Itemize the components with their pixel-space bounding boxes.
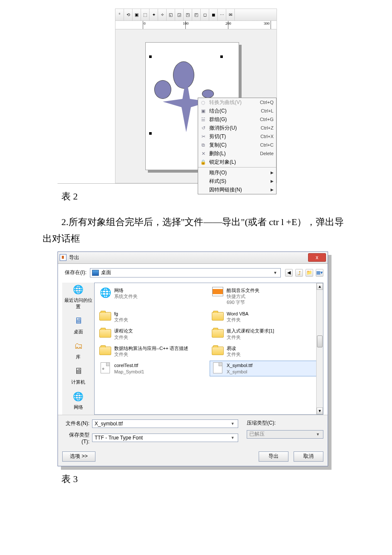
shape-ellipse[interactable] [154,80,171,99]
save-in-row: 保存在(I): 桌面 ▼ ◀ ⮥ 📁 ▦▾ [62,268,323,278]
file-sub: 文件夹 [114,334,133,340]
font-file-icon [213,362,222,373]
menu-order[interactable]: 顺序(O) ▶ [198,168,276,177]
file-name: corelTest.ttf [114,362,144,368]
menu-style[interactable]: 样式(S) ▶ [198,177,276,185]
toolbar-btn[interactable]: ◱ [167,9,175,20]
toolbar-btn[interactable]: ⬚ [141,9,150,20]
menu-label: 因特网链接(N) [207,186,271,194]
filename-value: X_symbol.ttf [95,421,230,427]
place-computer[interactable]: 🖥 计算机 [62,364,94,385]
nav-back-button[interactable]: ◀ [285,269,293,277]
savetype-input[interactable]: TTF - True Type Font ▼ [92,434,238,442]
list-item[interactable]: 酷我音乐文件夹 快捷方式 690 字节 [210,286,320,307]
toolbar-btn[interactable]: ✉ [226,9,235,20]
toolbar: ° ⟲ ▣ ⬚ ✦ ✧ ◱ ◲ ◳ ◰ ◻ ◼ ⋯ ✉ [115,9,277,21]
toolbar-btn[interactable]: ▣ [133,9,141,20]
menu-label: 结合(C) [207,107,261,115]
toolbar-btn[interactable]: ◻ [201,9,209,20]
file-name: 嵌入式课程论文要求[1] [227,328,274,334]
place-desktop[interactable]: 🖥 桌面 [62,314,94,335]
shape-ellipse[interactable] [173,61,194,89]
shape-ellipse[interactable] [202,90,214,98]
file-name: 网络 [114,287,138,293]
file-sub: 快捷方式 [227,293,259,299]
place-label: 桌面 [62,329,94,335]
folder-icon [212,312,224,321]
toolbar-btn[interactable]: ✧ [158,9,167,20]
list-item[interactable]: 🌐 网络 系统文件夹 [97,286,208,307]
menu-combine[interactable]: ▣ 结合(C) Ctrl+L [198,107,276,115]
copy-icon: ⧉ [200,142,207,148]
list-item[interactable]: X_symbol.ttf X_symbol [210,361,320,376]
export-button[interactable]: 导出 [259,451,288,462]
list-item[interactable]: o corelTest.ttf Map_Symbol1 [97,361,208,376]
network-icon: 🌐 [100,287,111,298]
list-item[interactable]: fg 文件夹 [97,309,208,325]
compression-input: 已解压 ▼ [247,430,323,439]
toolbar-btn[interactable]: ⋯ [218,9,226,20]
dialog-titlebar[interactable]: 导出 x [58,252,328,264]
font-file-icon: o [101,362,110,373]
menu-shortcut: Ctrl+G [260,117,274,122]
folder-icon [99,347,111,355]
chevron-down-icon[interactable]: ▼ [230,422,236,426]
toolbar-btn[interactable]: ◲ [175,9,184,20]
place-library[interactable]: 🗂 库 [62,339,94,360]
menu-convert-to-curves[interactable]: ◌ 转换为曲线(V) Ctrl+Q [198,98,276,107]
file-list[interactable]: 🌐 网络 系统文件夹 酷我音乐文件夹 快捷方式 690 字节 [94,283,323,415]
menu-delete[interactable]: ✕ 删除(L) Delete [198,149,276,158]
list-item[interactable]: 数据结构算法与应用--C++ 语言描述 文件夹 [97,344,208,359]
canvas[interactable]: ◌ 转换为曲线(V) Ctrl+Q ▣ 结合(C) Ctrl+L ☱ 群组(G) [115,29,277,183]
scrollbar[interactable]: ▲ ▼ [316,283,323,414]
list-item[interactable]: 课程论文 文件夹 [97,326,208,342]
figure-3-caption: 表 3 [0,466,392,492]
menu-label: 剪切(T) [207,133,260,140]
filename-input[interactable]: X_symbol.ttf ▼ [92,419,238,428]
file-sub: 文件夹 [227,334,274,340]
menu-undo-break[interactable]: ↺ 撤消拆分(U) Ctrl+Z [198,124,276,132]
nav-newfolder-button[interactable]: 📁 [306,269,313,277]
scroll-down-icon[interactable]: ▼ [317,408,323,414]
menu-label: 锁定对象(L) [207,159,274,166]
chevron-down-icon[interactable]: ▼ [230,436,236,440]
group-icon: ☱ [200,117,207,122]
options-button[interactable]: 选项 >> [62,451,95,462]
toolbar-btn[interactable]: ⟲ [124,9,133,20]
folder-icon [99,312,111,321]
menu-cut[interactable]: ✂ 剪切(T) Ctrl+X [198,132,276,141]
toolbar-btn[interactable]: ✦ [150,9,158,20]
place-label: 网络 [62,404,94,410]
save-in-combo[interactable]: 桌面 ▼ [90,268,281,278]
toolbar-btn[interactable]: ◼ [209,9,218,20]
ruler-label: 0 [144,21,146,26]
scroll-up-icon[interactable]: ▲ [317,283,323,290]
nav-views-button[interactable]: ▦▾ [316,269,323,277]
toolbar-btn[interactable]: ◰ [192,9,201,20]
kuwo-icon [212,287,223,296]
savetype-row: 保存类型(T): TTF - True Type Font ▼ [62,431,238,445]
place-network[interactable]: 🌐 网络 [62,390,94,410]
place-recent[interactable]: 🌐 最近访问的位置 [62,283,94,310]
menu-group[interactable]: ☱ 群组(G) Ctrl+G [198,115,276,124]
save-in-value: 桌面 [101,269,272,276]
menu-lock[interactable]: 🔒 锁定对象(L) [198,158,276,166]
menu-internet-link[interactable]: 因特网链接(N) ▶ [198,185,276,194]
chevron-down-icon: ▼ [315,432,321,436]
menu-separator [198,167,276,168]
close-button[interactable]: x [308,253,326,262]
menu-shortcut: Ctrl+X [260,134,274,139]
toolbar-btn[interactable]: ◳ [184,9,192,20]
desktop-icon [92,270,99,276]
file-sub: Map_Symbol1 [114,369,144,375]
list-item[interactable]: Word VBA 文件夹 [210,309,320,325]
scroll-thumb[interactable] [317,335,323,347]
context-menu: ◌ 转换为曲线(V) Ctrl+Q ▣ 结合(C) Ctrl+L ☱ 群组(G) [198,98,277,194]
lock-icon: 🔒 [200,159,207,165]
nav-up-button[interactable]: ⮥ [295,269,303,277]
cancel-button[interactable]: 取消 [294,451,323,462]
toolbar-btn[interactable]: ° [115,9,124,20]
menu-copy[interactable]: ⧉ 复制(C) Ctrl+C [198,141,276,149]
list-item[interactable]: 易读 文件夹 [210,344,320,359]
list-item[interactable]: 嵌入式课程论文要求[1] 文件夹 [210,326,320,342]
